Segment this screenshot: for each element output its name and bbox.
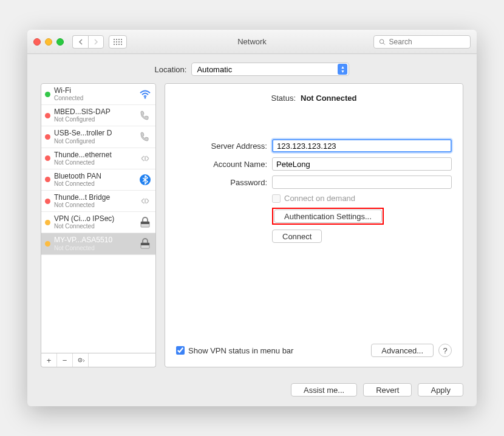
ethernet-icon [138, 194, 152, 208]
traffic-lights [33, 38, 64, 46]
bottom-row: Show VPN status in menu bar Advanced... … [176, 344, 452, 357]
chevron-right-icon [94, 39, 98, 45]
apply-button[interactable]: Apply [418, 383, 463, 397]
forward-button[interactable] [88, 35, 104, 49]
network-text: MBED...SIS-DAPNot Configured [54, 108, 135, 123]
status-dot-icon [45, 241, 50, 247]
network-item[interactable]: Bluetooth PANNot Connected [41, 169, 155, 191]
svg-point-2 [145, 97, 146, 99]
network-actions-button[interactable] [73, 353, 89, 367]
network-text: Wi-FiConnected [54, 87, 135, 101]
show-vpn-label: Show VPN status in menu bar [188, 346, 293, 355]
network-status: Not Configured [54, 116, 135, 123]
show-all-button[interactable] [109, 35, 127, 49]
status-value: Not Connected [301, 94, 356, 103]
remove-network-button[interactable]: − [57, 353, 73, 367]
status-dot-icon [45, 92, 50, 97]
account-label: Account Name: [176, 160, 267, 169]
status-dot-icon [45, 113, 50, 118]
connect-on-demand-label: Connect on demand [284, 194, 355, 203]
advanced-button[interactable]: Advanced... [371, 344, 434, 357]
svg-point-9 [80, 359, 81, 361]
help-button[interactable]: ? [438, 344, 452, 357]
search-field[interactable] [373, 35, 471, 49]
status-label: Status: [271, 94, 296, 103]
main-area: Wi-FiConnectedMBED...SIS-DAPNot Configur… [41, 83, 463, 367]
search-icon [379, 38, 386, 46]
vpn-icon [138, 237, 152, 250]
network-name: Thunde...ethernet [54, 151, 135, 159]
back-button[interactable] [72, 35, 88, 49]
network-item[interactable]: MBED...SIS-DAPNot Configured [41, 105, 155, 126]
status-row: Status: Not Connected [176, 94, 452, 103]
account-name-input[interactable] [272, 157, 452, 171]
svg-line-1 [383, 43, 385, 44]
network-text: MY-VP...ASA5510Not Connected [54, 236, 135, 251]
wifi-icon [138, 87, 152, 101]
svg-point-0 [380, 39, 384, 44]
status-dot-icon [45, 220, 50, 225]
location-value: Automatic [197, 65, 232, 74]
ethernet-icon [138, 152, 152, 165]
connect-button[interactable]: Connect [272, 230, 322, 243]
network-status: Not Connected [54, 159, 135, 166]
connect-on-demand-checkbox [272, 194, 281, 203]
status-dot-icon [45, 155, 50, 161]
server-address-input[interactable] [272, 139, 452, 152]
network-item[interactable]: USB-Se...troller DNot Configured [41, 126, 155, 148]
phone-icon [138, 109, 152, 122]
titlebar: Network [27, 30, 477, 54]
show-vpn-checkbox[interactable] [176, 346, 185, 355]
network-status: Not Connected [54, 180, 135, 187]
search-input[interactable] [389, 38, 465, 46]
phone-icon [138, 130, 152, 143]
network-item[interactable]: Thunde...ethernetNot Connected [41, 148, 155, 169]
chevron-left-icon [78, 39, 83, 45]
assist-me-button[interactable]: Assist me... [291, 383, 357, 397]
network-text: Thunde...t BridgeNot Connected [54, 194, 135, 208]
minimize-window-button[interactable] [45, 38, 52, 46]
network-text: Bluetooth PANNot Connected [54, 172, 135, 187]
connect-demand-row: Connect on demand [272, 194, 452, 203]
password-input[interactable] [272, 175, 452, 189]
nav-buttons [72, 35, 104, 49]
add-network-button[interactable]: + [41, 353, 57, 367]
zoom-window-button[interactable] [56, 38, 64, 46]
svg-rect-5 [141, 222, 149, 224]
location-row: Location: Automatic ▲▼ [41, 63, 463, 76]
network-status: Not Connected [54, 245, 135, 251]
network-list[interactable]: Wi-FiConnectedMBED...SIS-DAPNot Configur… [41, 83, 156, 353]
network-status: Not Configured [54, 138, 135, 145]
network-text: USB-Se...troller DNot Configured [54, 129, 135, 144]
detail-panel: Status: Not Connected Server Address: Ac… [165, 83, 463, 367]
network-name: VPN (Ci...o IPSec) [54, 215, 135, 223]
show-vpn-checkbox-row[interactable]: Show VPN status in menu bar [176, 346, 293, 355]
grid-icon [114, 39, 122, 45]
close-window-button[interactable] [33, 38, 41, 46]
network-name: MBED...SIS-DAP [54, 108, 135, 116]
password-row: Password: [176, 175, 452, 189]
auth-settings-highlight: Authentication Settings... [272, 208, 384, 225]
network-item[interactable]: Wi-FiConnected [41, 84, 155, 105]
footer: Assist me... Revert Apply [27, 376, 477, 406]
network-name: Wi-Fi [54, 87, 135, 95]
network-status: Not Connected [54, 223, 135, 230]
connect-row: Connect [272, 230, 452, 243]
account-row: Account Name: [176, 157, 452, 171]
network-item[interactable]: VPN (Ci...o IPSec)Not Connected [41, 212, 155, 233]
auth-settings-row: Authentication Settings... [272, 208, 452, 225]
gear-icon [77, 356, 85, 364]
network-text: Thunde...ethernetNot Connected [54, 151, 135, 166]
network-item[interactable]: MY-VP...ASA5510Not Connected [41, 233, 155, 254]
svg-rect-7 [141, 243, 149, 245]
location-label: Location: [155, 65, 187, 74]
authentication-settings-button[interactable]: Authentication Settings... [274, 209, 382, 223]
location-select[interactable]: Automatic ▲▼ [191, 63, 349, 76]
revert-button[interactable]: Revert [363, 383, 412, 397]
status-dot-icon [45, 199, 50, 204]
network-item[interactable]: Thunde...t BridgeNot Connected [41, 191, 155, 212]
window-body: Location: Automatic ▲▼ Wi-FiConnectedMBE… [27, 54, 477, 376]
status-dot-icon [45, 177, 50, 182]
network-sidebar: Wi-FiConnectedMBED...SIS-DAPNot Configur… [41, 83, 156, 367]
network-name: USB-Se...troller D [54, 129, 135, 137]
